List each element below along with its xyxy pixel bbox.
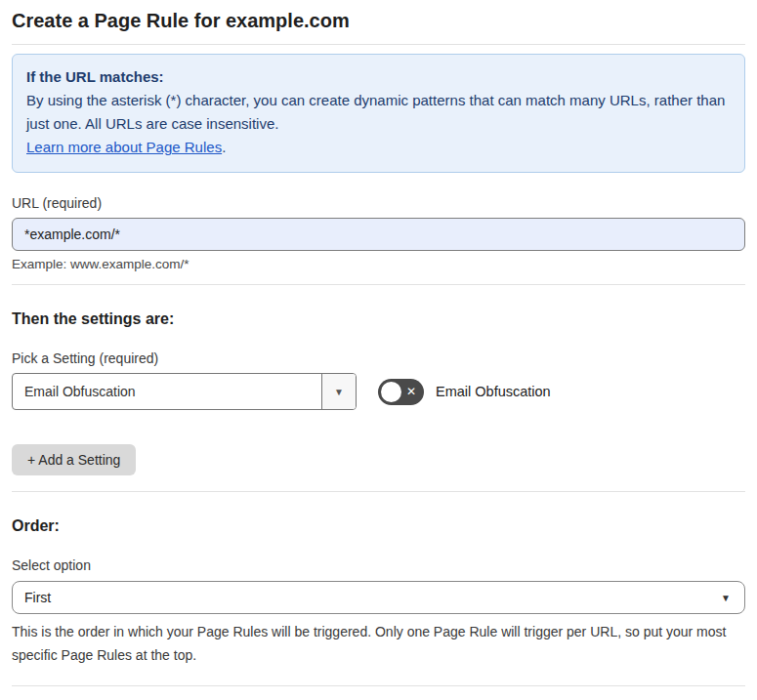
setting-row: Email Obfuscation ▼ ✕ Email Obfuscation (12, 373, 745, 410)
email-obfuscation-toggle[interactable]: ✕ (378, 379, 424, 405)
page-title: Create a Page Rule for example.com (12, 10, 745, 44)
info-box-heading: If the URL matches: (26, 65, 731, 89)
info-box-link-line: Learn more about Page Rules. (26, 136, 731, 159)
section-divider (12, 284, 745, 285)
toggle-knob (381, 382, 401, 402)
settings-section-heading: Then the settings are: (12, 310, 745, 328)
order-select[interactable]: First ▼ (12, 581, 745, 614)
order-select-value: First (24, 590, 51, 605)
caret-down-icon: ▼ (334, 387, 344, 397)
toggle-label: Email Obfuscation (436, 384, 551, 399)
order-select-label: Select option (12, 557, 745, 573)
create-page-rule-panel: Create a Page Rule for example.com If th… (0, 0, 757, 700)
url-matches-info-box: If the URL matches: By using the asteris… (12, 54, 745, 173)
footer-divider (12, 685, 745, 686)
email-obfuscation-toggle-group: ✕ Email Obfuscation (378, 379, 551, 405)
title-divider (12, 44, 745, 45)
info-box-body: By using the asterisk (*) character, you… (26, 89, 731, 136)
setting-select[interactable]: Email Obfuscation ▼ (12, 373, 357, 410)
setting-select-button[interactable]: ▼ (321, 374, 356, 409)
add-setting-button[interactable]: + Add a Setting (12, 444, 136, 475)
setting-select-value: Email Obfuscation (13, 374, 321, 409)
url-field-label: URL (required) (12, 195, 745, 211)
section-divider (12, 491, 745, 492)
order-description: This is the order in which your Page Rul… (12, 620, 735, 667)
url-input[interactable] (12, 218, 745, 251)
toggle-off-icon: ✕ (406, 386, 416, 397)
link-suffix: . (222, 139, 226, 155)
url-example-hint: Example: www.example.com/* (12, 257, 745, 271)
order-section-heading: Order: (12, 517, 745, 535)
caret-down-icon: ▼ (721, 593, 731, 603)
pick-setting-label: Pick a Setting (required) (12, 350, 745, 366)
learn-more-link[interactable]: Learn more about Page Rules (26, 139, 222, 155)
